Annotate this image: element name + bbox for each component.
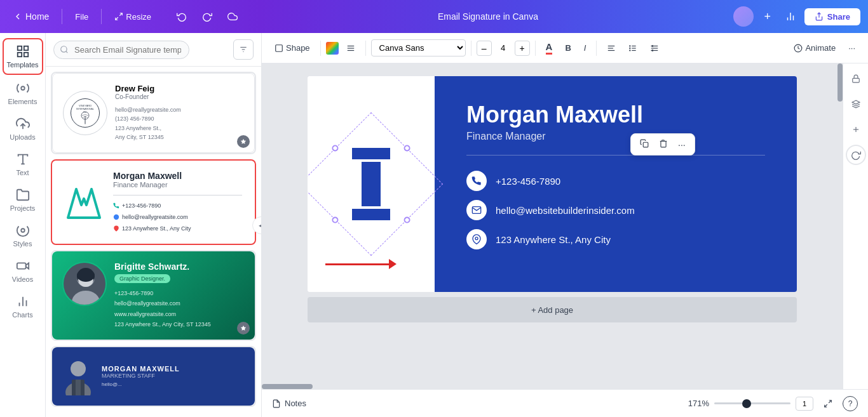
line-spacing-button[interactable]	[645, 41, 664, 55]
shape-button[interactable]: Shape	[269, 41, 315, 55]
sig-email-row: hello@websitebuilderinsider.com	[466, 200, 765, 220]
sidebar-item-styles[interactable]: Styles	[3, 218, 43, 253]
lock-button[interactable]	[846, 69, 866, 89]
card2-content: Morgan Maxwell Finance Manager +123-456-…	[52, 161, 255, 244]
card1-info-wrap: Drew Feig Co-Founder hello@reallygreatsi…	[115, 84, 181, 142]
file-button[interactable]: File	[70, 10, 93, 24]
text-label: Text	[16, 169, 29, 176]
card2-divider	[113, 195, 242, 195]
videos-label: Videos	[12, 275, 33, 283]
crown-badge-1	[237, 135, 250, 148]
card2-email: hello@reallygreatsite.com	[122, 212, 188, 222]
svg-line-20	[66, 51, 68, 53]
add-page-button[interactable]: + Add page	[308, 297, 797, 322]
italic-button[interactable]: I	[579, 41, 592, 55]
templates-panel: VINEYARD INTERNATIONAL Co.	[46, 33, 262, 417]
vertical-scrollbar-track[interactable]	[837, 63, 843, 389]
text-color-button[interactable]: A	[541, 39, 558, 57]
divider2	[101, 9, 102, 24]
file-label: File	[75, 12, 88, 22]
color-menu-button[interactable]	[341, 41, 360, 55]
cloud-button[interactable]	[222, 9, 243, 24]
svg-rect-9	[24, 53, 27, 56]
handle-right[interactable]	[402, 215, 411, 224]
home-button[interactable]: Home	[8, 9, 54, 24]
horizontal-scrollbar-thumb[interactable]	[262, 384, 313, 389]
svg-rect-50	[276, 44, 283, 51]
sidebar-item-projects[interactable]: Projects	[3, 183, 43, 217]
resize-button[interactable]: Resize	[109, 10, 156, 24]
status-bar: Notes 171% 1 ?	[262, 389, 868, 417]
float-more-button[interactable]: ···	[674, 137, 689, 152]
animate-button[interactable]: Animate	[789, 41, 841, 55]
canvas-rotate-icon	[851, 150, 861, 160]
sig-email-text: hello@websitebuilderinsider.com	[496, 205, 635, 216]
sig-address-text: 123 Anywhere St., Any City	[496, 234, 611, 245]
size-increase-button[interactable]: +	[515, 41, 530, 56]
share-button[interactable]: Share	[804, 8, 860, 25]
horizontal-scrollbar-track[interactable]	[262, 384, 843, 389]
list-button[interactable]	[623, 41, 642, 55]
canvas-rotate-button[interactable]	[846, 145, 866, 165]
uploads-label: Uploads	[10, 133, 35, 141]
page-indicator[interactable]: 1	[796, 397, 813, 411]
sidebar-item-videos[interactable]: Videos	[3, 254, 43, 288]
template-card-1[interactable]: VINEYARD INTERNATIONAL Co.	[51, 72, 256, 154]
template-card-4[interactable]: MORGAN MAXWELL MARKETING STAFF hello@...	[51, 346, 256, 407]
template-card-2[interactable]: Morgan Maxwell Finance Manager +123-456-…	[51, 159, 256, 246]
sidebar-item-templates[interactable]: Templates	[3, 38, 43, 75]
redo-button[interactable]	[197, 9, 217, 24]
svg-line-74	[825, 404, 827, 407]
sidebar-item-elements[interactable]: Elements	[3, 76, 43, 110]
template-card-3[interactable]: Brigitte Schwartz. Graphic Designer. +12…	[51, 250, 256, 341]
lock-icon	[851, 74, 860, 83]
arrow-indicator	[325, 259, 397, 269]
search-input[interactable]	[53, 41, 189, 59]
handle-bottom[interactable]	[330, 215, 339, 224]
plus-button[interactable]: +	[759, 8, 776, 25]
canvas-content: Morgan Maxwell Finance Manager	[308, 76, 797, 322]
undo-button[interactable]	[172, 9, 192, 24]
sidebar-item-uploads[interactable]: Uploads	[3, 112, 43, 146]
handle-left[interactable]	[330, 143, 339, 152]
color-swatch[interactable]	[326, 42, 339, 55]
handle-top[interactable]	[402, 143, 411, 152]
canvas-scroll[interactable]: ···	[262, 63, 843, 389]
card3-address: 123 Anywhere St., Any City, ST 12345	[114, 319, 245, 329]
more-options-button[interactable]: ···	[843, 41, 860, 55]
float-copy-button[interactable]	[636, 136, 653, 152]
shape-icon	[275, 44, 283, 53]
sig-address-icon-wrapper	[466, 229, 487, 249]
sidebar-item-charts[interactable]: Charts	[3, 289, 43, 324]
home-label: Home	[25, 11, 49, 22]
svg-rect-69	[852, 78, 859, 82]
fullscreen-button[interactable]	[818, 397, 837, 411]
svg-text:Co.: Co.	[83, 111, 86, 114]
templates-icon	[16, 44, 30, 58]
location-icon-small	[113, 225, 119, 232]
notes-button[interactable]: Notes	[272, 399, 306, 408]
help-button[interactable]: ?	[843, 396, 858, 411]
i-mid-bar	[362, 162, 381, 206]
layers-button[interactable]	[846, 94, 866, 114]
styles-label: Styles	[13, 240, 32, 248]
user-avatar[interactable]	[733, 6, 754, 27]
stats-button[interactable]	[782, 8, 799, 25]
fmt-divider-2	[365, 41, 366, 56]
align-button[interactable]	[602, 41, 621, 55]
float-delete-button[interactable]	[655, 136, 672, 152]
sidebar-item-text[interactable]: Text	[3, 147, 43, 182]
card4-email: hello@...	[102, 381, 180, 387]
card2-title: Finance Manager	[113, 181, 242, 189]
zoom-slider[interactable]	[714, 402, 790, 404]
add-element-button[interactable]	[846, 119, 866, 140]
card3-title-badge: Graphic Designer.	[114, 274, 170, 283]
float-toolbar: ···	[630, 133, 695, 156]
size-decrease-button[interactable]: –	[477, 41, 492, 56]
card3-name: Brigitte Schwartz.	[114, 261, 245, 272]
filter-button[interactable]	[233, 39, 254, 60]
card2-email-row: hello@reallygreatsite.com	[113, 212, 242, 222]
font-select[interactable]: Canva Sans Arial Times New Roman	[371, 39, 466, 56]
vertical-scrollbar-thumb[interactable]	[837, 63, 843, 102]
bold-button[interactable]: B	[560, 41, 576, 55]
